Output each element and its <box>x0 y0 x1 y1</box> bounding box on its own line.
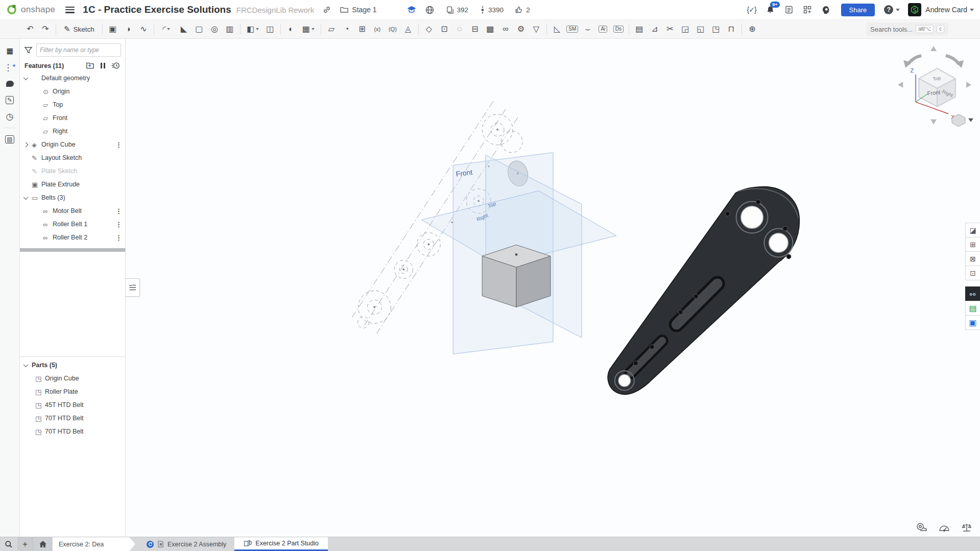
circular-pattern-icon[interactable]: ◔ <box>339 22 354 36</box>
feature-item[interactable]: ▭ Belts (3) <box>20 191 125 204</box>
expand-chevron-icon[interactable] <box>24 364 32 367</box>
app-robot-icon[interactable]: oo <box>965 286 980 301</box>
notifications-bell-icon[interactable]: 9+ <box>766 5 775 15</box>
toolbar-separator[interactable] <box>546 23 547 35</box>
bearing-hole[interactable] <box>741 206 763 229</box>
trim-icon[interactable]: ◳ <box>708 22 724 36</box>
rib-icon[interactable]: ▥ <box>222 22 237 36</box>
public-globe-icon[interactable] <box>425 5 435 15</box>
feature-item[interactable]: ◈ Origin Cube ⋮ <box>20 138 125 151</box>
main-menu-icon[interactable] <box>65 7 75 13</box>
rail-divider[interactable] <box>4 128 16 128</box>
user-menu-caret-icon[interactable] <box>970 9 974 11</box>
sheet-metal-icon[interactable]: ◺ <box>549 22 565 36</box>
sketch-button[interactable]: ✎ Sketch <box>59 22 100 36</box>
rollback-bar[interactable] <box>20 248 125 252</box>
expand-chevron-icon[interactable] <box>24 77 32 80</box>
split-icon[interactable]: ◫ <box>262 22 278 36</box>
feature-filter-input[interactable] <box>36 43 121 57</box>
new-tab-button[interactable] <box>17 537 33 551</box>
plane-icon[interactable]: ▱ <box>324 22 339 36</box>
toolbar-separator[interactable] <box>154 23 154 35</box>
learning-assistant-icon[interactable] <box>821 5 831 15</box>
feature-list-icon[interactable]: ≣ <box>0 43 19 59</box>
bend-icon[interactable]: ⊿ <box>647 22 662 36</box>
part-item[interactable]: 70T HTD Belt <box>20 412 125 425</box>
part-item[interactable]: Origin Cube <box>20 372 125 385</box>
sheet-icon[interactable]: ⊞ <box>354 22 370 36</box>
rollback-dots-icon[interactable]: ⋮ <box>115 221 122 228</box>
chamfer-icon[interactable]: ◣ <box>176 22 192 36</box>
toolbar-separator[interactable] <box>418 23 419 35</box>
frame-icon[interactable]: ◱ <box>693 22 708 36</box>
custom-tables-panel-icon[interactable]: ⊠ <box>965 251 980 266</box>
protractor-icon[interactable] <box>938 522 950 533</box>
folder-breadcrumb[interactable]: Stage 1 <box>340 5 376 14</box>
copies-count[interactable]: 392 <box>446 6 469 14</box>
toolbar-separator[interactable] <box>629 23 629 35</box>
feature-item[interactable]: ▱ Top <box>20 98 125 111</box>
app-store-icon[interactable] <box>803 5 812 14</box>
variable-icon[interactable]: (x) <box>370 22 385 36</box>
boolean-icon[interactable]: ◧ <box>243 22 262 36</box>
view-cube[interactable]: Top Front Right Z X <box>898 46 973 127</box>
tape-measure-icon[interactable] <box>916 522 928 533</box>
toolbar-separator[interactable] <box>280 23 281 35</box>
variables-panel-icon[interactable]: ⊡ <box>965 266 980 280</box>
board-feature-icon[interactable]: ▩ <box>483 22 498 36</box>
view-rotate-up-arrow[interactable] <box>930 46 937 51</box>
weld-icon[interactable]: ✂ <box>662 22 678 36</box>
redo-icon[interactable]: ↷ <box>38 22 53 36</box>
parts-header[interactable]: Parts (5) <box>20 358 125 372</box>
view-cube-body[interactable] <box>919 68 955 107</box>
mate-connector-icon[interactable]: ◬ <box>400 22 416 36</box>
origin-point[interactable] <box>515 253 518 256</box>
tab-exercise-2-drawing[interactable]: Exercise 2: Dea <box>53 537 135 551</box>
share-button[interactable]: Share <box>841 4 875 16</box>
mkcad-icon[interactable]: ⊟ <box>467 22 483 36</box>
origin-cube-part[interactable] <box>482 245 551 307</box>
feature-item[interactable]: ✎ Plate Sketch <box>20 164 125 178</box>
featurescript-search-icon[interactable]: (Q) <box>385 22 400 36</box>
ai-tool-icon[interactable]: Ai <box>595 22 611 36</box>
shell-icon[interactable]: ▢ <box>192 22 207 36</box>
expand-chevron-icon[interactable] <box>24 143 32 147</box>
pages-icon[interactable]: ▤ <box>632 22 647 36</box>
feature-item[interactable]: ✎ Layout Sketch <box>20 151 125 164</box>
rollback-dots-icon[interactable]: ⋮ <box>115 141 122 149</box>
mirror-icon[interactable]: ◐ <box>283 22 299 36</box>
import-cube-icon[interactable]: ◇ <box>421 22 437 36</box>
new-folder-icon[interactable] <box>86 62 94 69</box>
part-item[interactable]: Roller Plate <box>20 385 125 398</box>
rail-gap[interactable] <box>965 280 979 287</box>
notes-icon[interactable]: ✎ <box>0 92 19 108</box>
ds-tool-icon[interactable]: Ds <box>611 22 626 36</box>
comments-icon[interactable] <box>0 76 19 92</box>
bearing-hole[interactable] <box>769 233 788 253</box>
funnel-icon[interactable]: ▽ <box>529 22 544 36</box>
gear-generator-icon[interactable]: ⚙ <box>513 22 529 36</box>
part-item[interactable]: 70T HTD Belt <box>20 425 125 438</box>
pattern-icon[interactable]: ▦ <box>299 22 318 36</box>
expand-chevron-icon[interactable] <box>24 196 32 200</box>
profile-icon[interactable]: ⊓ <box>724 22 739 36</box>
onshape-logo[interactable]: onshape <box>6 4 55 15</box>
view-options-caret-icon[interactable] <box>968 118 973 122</box>
feature-item[interactable]: ▱ Front <box>20 111 125 125</box>
origin-snap-icon[interactable]: ⊕ <box>745 22 760 36</box>
configurations-panel-icon[interactable]: ⊞ <box>965 237 980 252</box>
filter-funnel-icon[interactable] <box>24 46 33 54</box>
panel-collapse-toggle[interactable] <box>126 278 140 297</box>
feature-item[interactable]: ∞ Motor Belt ⋮ <box>20 204 125 218</box>
roller-plate-part[interactable] <box>608 186 799 394</box>
revolve-icon[interactable]: ◑ <box>121 22 136 36</box>
extrude-icon[interactable]: ▣ <box>105 22 121 36</box>
tab-exercise-2-part-studio[interactable]: Exercise 2 Part Studio <box>234 537 328 551</box>
dogbone-icon[interactable]: ∞ <box>498 22 513 36</box>
view-rotate-down-arrow[interactable] <box>930 119 937 125</box>
flange-icon[interactable]: ⌣ <box>580 22 595 36</box>
view-rotate-right-arrow[interactable] <box>966 82 971 88</box>
likes-count[interactable]: 2 <box>515 6 530 14</box>
fillet-icon[interactable]: ◜ <box>157 22 176 36</box>
app-frames-icon[interactable]: ▣ <box>965 315 980 330</box>
